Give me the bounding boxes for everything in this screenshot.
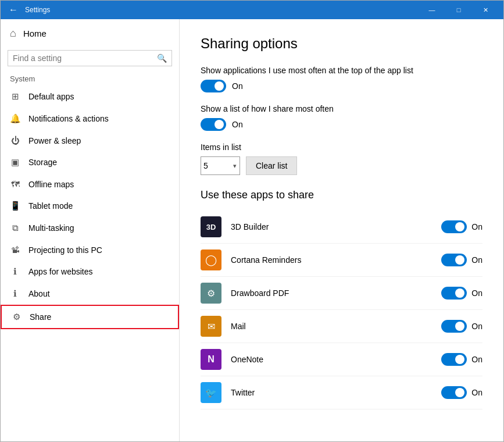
sidebar-item-label: Share xyxy=(30,312,51,322)
app-icon-drawboard: ⚙ xyxy=(201,283,221,304)
toggle1-switch[interactable] xyxy=(201,80,226,92)
notifications-icon: 🔔 xyxy=(10,113,20,124)
app-toggle-twitter[interactable] xyxy=(441,386,467,399)
setting-row-toggle1: Show applications I use most often at th… xyxy=(201,66,482,92)
sidebar-item-label: Projecting to this PC xyxy=(28,245,102,255)
main-content: ⌂ Home 🔍 System ⊞ Default apps 🔔 Notific… xyxy=(1,19,503,441)
app-toggle-mail[interactable] xyxy=(441,320,467,333)
window-title: Settings xyxy=(25,6,419,14)
sidebar-item-apps-websites[interactable]: ℹ Apps for websites xyxy=(1,261,179,283)
app-icon-cortana: ◯ xyxy=(201,249,221,270)
window-controls: — □ ✕ xyxy=(419,1,499,19)
app-row-3dbuilder: 3D 3D Builder On xyxy=(201,211,482,244)
search-icon: 🔍 xyxy=(157,54,167,63)
app-icon-text: ◯ xyxy=(205,254,217,266)
toggle2-row: On xyxy=(201,118,482,131)
app-toggle-row-onenote: On xyxy=(441,353,482,366)
sidebar-item-storage[interactable]: ▣ Storage xyxy=(1,151,179,173)
sidebar-item-offline-maps[interactable]: 🗺 Offline maps xyxy=(1,173,179,195)
right-panel: Sharing options Show applications I use … xyxy=(180,19,503,441)
sidebar-item-tablet-mode[interactable]: 📱 Tablet mode xyxy=(1,195,179,217)
sidebar-item-notifications[interactable]: 🔔 Notifications & actions xyxy=(1,108,179,130)
search-box: 🔍 xyxy=(8,50,172,66)
app-toggle-label-onenote: On xyxy=(471,355,482,364)
sidebar-item-label: Default apps xyxy=(28,92,74,101)
app-name-onenote: OneNote xyxy=(231,355,441,364)
sidebar-item-home[interactable]: ⌂ Home xyxy=(1,19,179,48)
sidebar-item-default-apps[interactable]: ⊞ Default apps xyxy=(1,85,179,108)
items-in-list-section: Items in list 5 10 15 ▾ Clear list xyxy=(201,142,482,175)
app-toggle-label-drawboard: On xyxy=(471,288,482,298)
app-toggle-3dbuilder[interactable] xyxy=(441,220,467,233)
app-icon-3dbuilder: 3D xyxy=(201,216,221,237)
app-name-drawboard: Drawboard PDF xyxy=(231,288,441,298)
sidebar-item-share[interactable]: ⚙ Share xyxy=(1,305,179,329)
app-icon-text: ✉ xyxy=(208,321,215,332)
items-controls: 5 10 15 ▾ Clear list xyxy=(201,156,482,175)
settings-window: ← Settings — □ ✕ ⌂ Home 🔍 System ⊞ xyxy=(0,0,504,442)
setting-row-toggle2: Show a list of how I share most often On xyxy=(201,104,482,131)
app-row-onenote: N OneNote On xyxy=(201,343,482,376)
app-icon-text: ⚙ xyxy=(207,288,215,299)
default-apps-icon: ⊞ xyxy=(10,91,20,102)
items-in-list-label: Items in list xyxy=(201,142,482,152)
sidebar-item-label: Multi-tasking xyxy=(28,223,74,233)
app-toggle-label-twitter: On xyxy=(471,388,482,397)
app-row-twitter: 🐦 Twitter On xyxy=(201,376,482,409)
app-toggle-row-3dbuilder: On xyxy=(441,220,482,233)
sidebar: ⌂ Home 🔍 System ⊞ Default apps 🔔 Notific… xyxy=(1,19,180,441)
app-toggle-drawboard[interactable] xyxy=(441,287,467,300)
sidebar-item-label: Apps for websites xyxy=(28,267,93,276)
tablet-icon: 📱 xyxy=(10,201,20,211)
app-icon-twitter: 🐦 xyxy=(201,382,221,403)
items-dropdown-wrapper: 5 10 15 ▾ xyxy=(201,156,240,175)
app-toggle-row-twitter: On xyxy=(441,386,482,399)
sidebar-section-label: System xyxy=(1,71,179,85)
toggle2-label: Show a list of how I share most often xyxy=(201,104,482,113)
app-name-3dbuilder: 3D Builder xyxy=(231,222,441,231)
app-toggle-row-cortana: On xyxy=(441,254,482,266)
app-toggle-onenote[interactable] xyxy=(441,353,467,366)
toggle1-label: Show applications I use most often at th… xyxy=(201,66,482,75)
app-toggle-label-cortana: On xyxy=(471,255,482,265)
sidebar-item-power-sleep[interactable]: ⏻ Power & sleep xyxy=(1,130,179,151)
app-icon-onenote: N xyxy=(201,349,221,370)
home-icon: ⌂ xyxy=(10,27,16,40)
titlebar: ← Settings — □ ✕ xyxy=(1,1,503,19)
sidebar-item-label: Notifications & actions xyxy=(28,114,109,123)
sidebar-item-projecting[interactable]: 📽 Projecting to this PC xyxy=(1,239,179,261)
apps-websites-icon: ℹ xyxy=(10,266,20,277)
app-icon-text: N xyxy=(208,354,215,365)
items-dropdown[interactable]: 5 10 15 xyxy=(201,156,240,175)
toggle2-switch[interactable] xyxy=(201,118,226,131)
back-button[interactable]: ← xyxy=(5,2,22,18)
sidebar-item-label: Offline maps xyxy=(28,180,74,189)
sidebar-item-label: Tablet mode xyxy=(28,201,73,211)
sidebar-item-multitasking[interactable]: ⧉ Multi-tasking xyxy=(1,217,179,239)
app-toggle-cortana[interactable] xyxy=(441,254,467,266)
sidebar-item-about[interactable]: ℹ About xyxy=(1,283,179,305)
app-row-drawboard: ⚙ Drawboard PDF On xyxy=(201,277,482,310)
minimize-button[interactable]: — xyxy=(419,1,445,19)
maps-icon: 🗺 xyxy=(10,179,20,189)
sidebar-item-label: About xyxy=(28,289,50,298)
close-button[interactable]: ✕ xyxy=(472,1,499,19)
app-icon-text: 3D xyxy=(206,223,216,231)
toggle1-row: On xyxy=(201,80,482,92)
app-row-mail: ✉ Mail On xyxy=(201,310,482,343)
toggle2-state: On xyxy=(232,120,243,129)
app-toggle-row-mail: On xyxy=(441,320,482,333)
clear-list-button[interactable]: Clear list xyxy=(246,156,297,175)
storage-icon: ▣ xyxy=(10,157,20,167)
sidebar-item-label: Power & sleep xyxy=(28,136,81,145)
app-toggle-label-3dbuilder: On xyxy=(471,222,482,231)
app-name-twitter: Twitter xyxy=(231,388,441,397)
about-icon: ℹ xyxy=(10,288,20,299)
app-toggle-row-drawboard: On xyxy=(441,287,482,300)
projecting-icon: 📽 xyxy=(10,245,20,255)
maximize-button[interactable]: □ xyxy=(445,1,472,19)
app-name-mail: Mail xyxy=(231,322,441,331)
search-input[interactable] xyxy=(13,54,157,63)
app-toggle-label-mail: On xyxy=(471,322,482,331)
share-icon: ⚙ xyxy=(11,312,22,322)
